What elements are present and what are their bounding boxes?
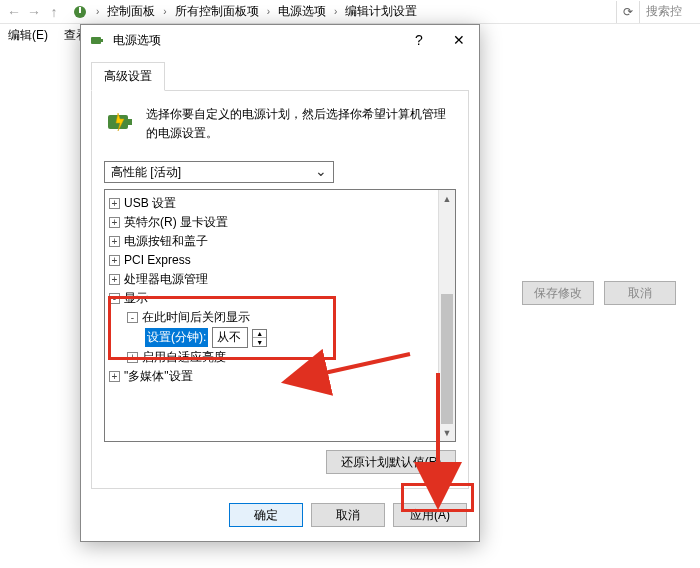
- expand-icon[interactable]: +: [127, 352, 138, 363]
- battery-icon: [89, 32, 105, 48]
- tree-item-usb[interactable]: USB 设置: [124, 194, 176, 213]
- svg-rect-2: [91, 37, 101, 44]
- power-plan-icon: [72, 4, 88, 20]
- tree-item-pci[interactable]: PCI Express: [124, 251, 191, 270]
- explorer-address-bar: ← → ↑ › 控制面板 › 所有控制面板项 › 电源选项 › 编辑计划设置 ⟳…: [0, 0, 700, 24]
- tree-item-display-off[interactable]: 在此时间后关闭显示: [142, 308, 250, 327]
- nav-back-icon[interactable]: ←: [6, 4, 22, 20]
- ok-button[interactable]: 确定: [229, 503, 303, 527]
- menu-edit[interactable]: 编辑(E): [6, 25, 50, 46]
- expand-icon[interactable]: +: [109, 371, 120, 382]
- breadcrumb-item[interactable]: 电源选项: [274, 1, 330, 22]
- battery-large-icon: [104, 105, 136, 137]
- bg-cancel-button[interactable]: 取消: [604, 281, 676, 305]
- breadcrumb-item[interactable]: 所有控制面板项: [171, 1, 263, 22]
- breadcrumb-item[interactable]: 编辑计划设置: [341, 1, 421, 22]
- expand-icon[interactable]: +: [109, 198, 120, 209]
- expand-icon[interactable]: +: [109, 274, 120, 285]
- collapse-icon[interactable]: -: [127, 312, 138, 323]
- breadcrumb-item[interactable]: 控制面板: [103, 1, 159, 22]
- search-input[interactable]: 搜索控: [640, 0, 700, 24]
- plan-selected-value: 高性能 [活动]: [111, 164, 181, 181]
- refresh-icon[interactable]: ⟳: [616, 1, 640, 23]
- setting-value[interactable]: 从不: [212, 327, 248, 348]
- breadcrumb[interactable]: › 控制面板 › 所有控制面板项 › 电源选项 › 编辑计划设置: [68, 1, 616, 22]
- spin-down-icon[interactable]: ▼: [253, 338, 266, 346]
- save-changes-button: 保存修改: [522, 281, 594, 305]
- tree-item-display[interactable]: 显示: [124, 289, 148, 308]
- restore-defaults-button[interactable]: 还原计划默认值(R): [326, 450, 456, 474]
- apply-button[interactable]: 应用(A): [393, 503, 467, 527]
- scroll-up-icon[interactable]: ▲: [439, 190, 455, 207]
- scroll-thumb[interactable]: [441, 294, 453, 424]
- tree-item-power-buttons[interactable]: 电源按钮和盖子: [124, 232, 208, 251]
- tree-item-multimedia[interactable]: "多媒体"设置: [124, 367, 193, 386]
- nav-fwd-icon: →: [26, 4, 42, 20]
- tree-item-intel[interactable]: 英特尔(R) 显卡设置: [124, 213, 228, 232]
- expand-icon[interactable]: +: [109, 217, 120, 228]
- dialog-description: 选择你要自定义的电源计划，然后选择你希望计算机管理的电源设置。: [146, 105, 456, 143]
- power-options-dialog: 电源选项 ? ✕ 高级设置 选择你要自定义的电源计划，然后选择你希望计算机管理的…: [80, 24, 480, 542]
- tab-advanced[interactable]: 高级设置: [91, 62, 165, 91]
- dialog-title: 电源选项: [113, 32, 399, 49]
- tree-item-cpu[interactable]: 处理器电源管理: [124, 270, 208, 289]
- close-button[interactable]: ✕: [439, 25, 479, 55]
- svg-rect-5: [128, 119, 132, 125]
- plan-select[interactable]: 高性能 [活动]: [104, 161, 334, 183]
- nav-up-icon[interactable]: ↑: [46, 4, 62, 20]
- svg-rect-3: [101, 39, 103, 42]
- expand-icon[interactable]: +: [109, 236, 120, 247]
- spin-up-icon[interactable]: ▲: [253, 330, 266, 339]
- tree-scrollbar[interactable]: ▲ ▼: [438, 190, 455, 441]
- value-spinner[interactable]: ▲▼: [252, 329, 267, 347]
- cancel-button[interactable]: 取消: [311, 503, 385, 527]
- expand-icon[interactable]: +: [109, 255, 120, 266]
- collapse-icon[interactable]: -: [109, 293, 120, 304]
- scroll-down-icon[interactable]: ▼: [439, 424, 455, 441]
- svg-rect-1: [79, 7, 81, 13]
- settings-tree: +USB 设置 +英特尔(R) 显卡设置 +电源按钮和盖子 +PCI Expre…: [104, 189, 456, 442]
- help-button[interactable]: ?: [399, 25, 439, 55]
- tree-item-adaptive[interactable]: 启用自适应亮度: [142, 348, 226, 367]
- setting-label[interactable]: 设置(分钟):: [145, 328, 208, 347]
